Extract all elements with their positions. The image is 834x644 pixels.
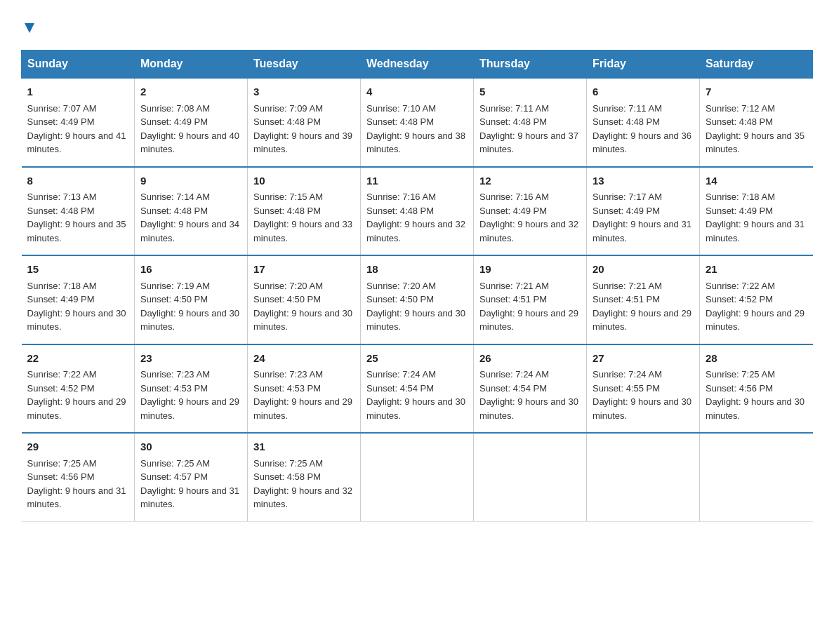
day-info: Sunrise: 7:13 AMSunset: 4:48 PMDaylight:… [27,192,126,243]
day-number: 21 [706,262,807,278]
day-info: Sunrise: 7:20 AMSunset: 4:50 PMDaylight:… [366,281,465,333]
day-info: Sunrise: 7:25 AMSunset: 4:56 PMDaylight:… [27,458,126,510]
logo-arrow-icon [23,15,36,39]
day-info: Sunrise: 7:21 AMSunset: 4:51 PMDaylight:… [593,281,691,333]
day-number: 17 [253,262,355,278]
day-info: Sunrise: 7:07 AMSunset: 4:49 PMDaylight:… [27,103,126,155]
day-number: 31 [253,439,355,455]
calendar-day-cell [587,433,700,521]
calendar-day-cell: 4 Sunrise: 7:10 AMSunset: 4:48 PMDayligh… [361,78,474,167]
calendar-day-cell: 8 Sunrise: 7:13 AMSunset: 4:48 PMDayligh… [22,167,135,256]
calendar-day-cell: 30 Sunrise: 7:25 AMSunset: 4:57 PMDaylig… [135,433,248,521]
day-info: Sunrise: 7:16 AMSunset: 4:49 PMDaylight:… [479,192,578,243]
calendar-week-row: 8 Sunrise: 7:13 AMSunset: 4:48 PMDayligh… [22,167,813,256]
day-number: 29 [27,439,129,455]
day-number: 2 [140,84,241,100]
calendar-week-row: 15 Sunrise: 7:18 AMSunset: 4:49 PMDaylig… [22,255,813,344]
calendar-day-cell: 24 Sunrise: 7:23 AMSunset: 4:53 PMDaylig… [248,344,361,434]
day-of-week-header: Saturday [700,51,813,79]
day-of-week-header: Tuesday [248,51,361,79]
day-info: Sunrise: 7:23 AMSunset: 4:53 PMDaylight:… [140,369,239,421]
day-number: 23 [140,351,241,367]
day-number: 1 [27,84,129,100]
day-info: Sunrise: 7:22 AMSunset: 4:52 PMDaylight:… [706,281,805,333]
day-number: 20 [593,262,694,278]
calendar-day-cell: 11 Sunrise: 7:16 AMSunset: 4:48 PMDaylig… [361,167,474,256]
day-info: Sunrise: 7:12 AMSunset: 4:48 PMDaylight:… [706,103,805,155]
calendar-day-cell: 28 Sunrise: 7:25 AMSunset: 4:56 PMDaylig… [700,344,813,434]
calendar-day-cell: 27 Sunrise: 7:24 AMSunset: 4:55 PMDaylig… [587,344,700,434]
day-info: Sunrise: 7:08 AMSunset: 4:49 PMDaylight:… [140,103,239,155]
day-of-week-header: Monday [135,51,248,79]
day-number: 19 [479,262,581,278]
calendar-day-cell: 9 Sunrise: 7:14 AMSunset: 4:48 PMDayligh… [135,167,248,256]
day-info: Sunrise: 7:11 AMSunset: 4:48 PMDaylight:… [593,103,691,155]
day-number: 7 [706,84,807,100]
calendar-week-row: 22 Sunrise: 7:22 AMSunset: 4:52 PMDaylig… [22,344,813,434]
day-info: Sunrise: 7:25 AMSunset: 4:56 PMDaylight:… [706,369,805,421]
day-info: Sunrise: 7:20 AMSunset: 4:50 PMDaylight:… [253,281,352,333]
calendar-day-cell: 16 Sunrise: 7:19 AMSunset: 4:50 PMDaylig… [135,255,248,344]
day-info: Sunrise: 7:11 AMSunset: 4:48 PMDaylight:… [479,103,578,155]
calendar-day-cell: 10 Sunrise: 7:15 AMSunset: 4:48 PMDaylig… [248,167,361,256]
svg-marker-0 [25,23,34,33]
day-number: 30 [140,439,241,455]
day-number: 27 [593,351,694,367]
calendar-day-cell: 20 Sunrise: 7:21 AMSunset: 4:51 PMDaylig… [587,255,700,344]
calendar-day-cell: 6 Sunrise: 7:11 AMSunset: 4:48 PMDayligh… [587,78,700,167]
day-info: Sunrise: 7:16 AMSunset: 4:48 PMDaylight:… [366,192,465,243]
day-number: 5 [479,84,581,100]
day-of-week-header: Thursday [474,51,587,79]
day-number: 25 [366,351,468,367]
calendar-day-cell: 26 Sunrise: 7:24 AMSunset: 4:54 PMDaylig… [474,344,587,434]
day-info: Sunrise: 7:19 AMSunset: 4:50 PMDaylight:… [140,281,239,333]
calendar-day-cell: 31 Sunrise: 7:25 AMSunset: 4:58 PMDaylig… [248,433,361,521]
day-number: 8 [27,173,129,189]
calendar-day-cell: 13 Sunrise: 7:17 AMSunset: 4:49 PMDaylig… [587,167,700,256]
day-info: Sunrise: 7:14 AMSunset: 4:48 PMDaylight:… [140,192,239,243]
day-info: Sunrise: 7:22 AMSunset: 4:52 PMDaylight:… [27,369,126,421]
day-number: 13 [593,173,694,189]
day-number: 22 [27,351,129,367]
day-number: 16 [140,262,241,278]
calendar-day-cell: 5 Sunrise: 7:11 AMSunset: 4:48 PMDayligh… [474,78,587,167]
calendar-day-cell: 23 Sunrise: 7:23 AMSunset: 4:53 PMDaylig… [135,344,248,434]
day-info: Sunrise: 7:18 AMSunset: 4:49 PMDaylight:… [706,192,805,243]
day-info: Sunrise: 7:24 AMSunset: 4:55 PMDaylight:… [593,369,691,421]
calendar-day-cell: 17 Sunrise: 7:20 AMSunset: 4:50 PMDaylig… [248,255,361,344]
calendar-day-cell: 25 Sunrise: 7:24 AMSunset: 4:54 PMDaylig… [361,344,474,434]
calendar-week-row: 1 Sunrise: 7:07 AMSunset: 4:49 PMDayligh… [22,78,813,167]
day-info: Sunrise: 7:24 AMSunset: 4:54 PMDaylight:… [366,369,465,421]
day-info: Sunrise: 7:15 AMSunset: 4:48 PMDaylight:… [253,192,352,243]
calendar-day-cell: 3 Sunrise: 7:09 AMSunset: 4:48 PMDayligh… [248,78,361,167]
day-number: 12 [479,173,581,189]
day-number: 6 [593,84,694,100]
day-number: 14 [706,173,807,189]
calendar-header-row: SundayMondayTuesdayWednesdayThursdayFrid… [22,51,813,79]
calendar-day-cell: 18 Sunrise: 7:20 AMSunset: 4:50 PMDaylig… [361,255,474,344]
day-info: Sunrise: 7:21 AMSunset: 4:51 PMDaylight:… [479,281,578,333]
day-number: 10 [253,173,355,189]
day-number: 4 [366,84,468,100]
day-number: 9 [140,173,241,189]
day-number: 24 [253,351,355,367]
day-number: 15 [27,262,129,278]
calendar-day-cell [361,433,474,521]
day-info: Sunrise: 7:24 AMSunset: 4:54 PMDaylight:… [479,369,578,421]
calendar-day-cell: 22 Sunrise: 7:22 AMSunset: 4:52 PMDaylig… [22,344,135,434]
calendar-day-cell: 12 Sunrise: 7:16 AMSunset: 4:49 PMDaylig… [474,167,587,256]
day-number: 26 [479,351,581,367]
day-of-week-header: Friday [587,51,700,79]
day-info: Sunrise: 7:17 AMSunset: 4:49 PMDaylight:… [593,192,691,243]
day-info: Sunrise: 7:10 AMSunset: 4:48 PMDaylight:… [366,103,465,155]
day-info: Sunrise: 7:25 AMSunset: 4:57 PMDaylight:… [140,458,239,510]
calendar-day-cell: 21 Sunrise: 7:22 AMSunset: 4:52 PMDaylig… [700,255,813,344]
day-number: 11 [366,173,468,189]
calendar-day-cell [700,433,813,521]
day-info: Sunrise: 7:09 AMSunset: 4:48 PMDaylight:… [253,103,352,155]
day-info: Sunrise: 7:18 AMSunset: 4:49 PMDaylight:… [27,281,126,333]
day-info: Sunrise: 7:25 AMSunset: 4:58 PMDaylight:… [253,458,352,510]
calendar-day-cell: 19 Sunrise: 7:21 AMSunset: 4:51 PMDaylig… [474,255,587,344]
day-of-week-header: Wednesday [361,51,474,79]
logo [21,14,36,37]
